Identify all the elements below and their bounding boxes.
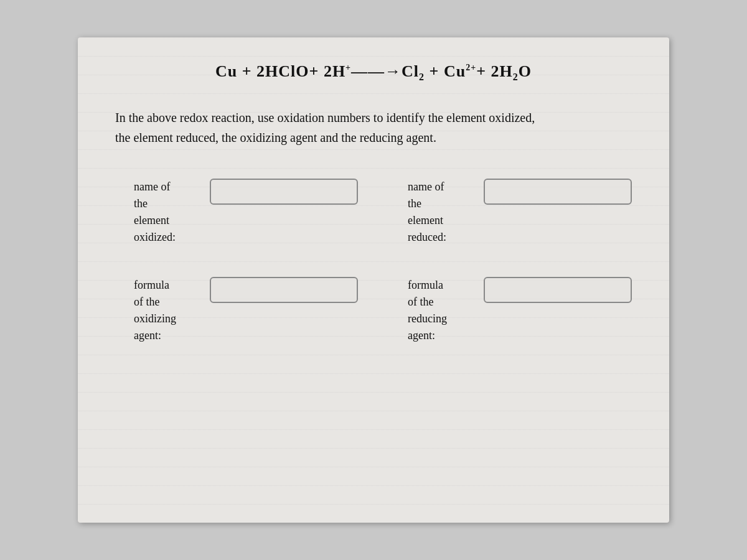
reducing-agent-box-wrapper (484, 277, 632, 303)
reducing-agent-input[interactable] (484, 277, 632, 303)
element-reduced-box-wrapper (484, 179, 632, 205)
oxidizing-agent-label: formula of the oxidizing agent: (134, 277, 202, 344)
oxidizing-agent-item: formula of the oxidizing agent: (134, 277, 358, 344)
element-reduced-label: name of the element reduced: (408, 179, 476, 246)
element-oxidized-box-wrapper (210, 179, 358, 205)
element-oxidized-item: name of the element oxidized: (134, 179, 358, 246)
reducing-agent-item: formula of the reducing agent: (408, 277, 632, 344)
equation-section: Cu + 2HClO+ 2H+——→Cl2 + Cu2++ 2H2O (115, 62, 632, 83)
chemical-equation: Cu + 2HClO+ 2H+——→Cl2 + Cu2++ 2H2O (115, 62, 632, 83)
oxidizing-agent-input[interactable] (210, 277, 358, 303)
oxidizing-agent-box-wrapper (210, 277, 358, 303)
reducing-agent-label: formula of the reducing agent: (408, 277, 476, 344)
element-oxidized-input[interactable] (210, 179, 358, 205)
element-reduced-item: name of the element reduced: (408, 179, 632, 246)
element-oxidized-label: name of the element oxidized: (134, 179, 202, 246)
question-text: In the above redox reaction, use oxidati… (115, 108, 538, 147)
element-reduced-input[interactable] (484, 179, 632, 205)
answer-grid: name of the element oxidized: name of th… (134, 179, 632, 344)
worksheet-page: Cu + 2HClO+ 2H+——→Cl2 + Cu2++ 2H2O In th… (78, 37, 669, 523)
